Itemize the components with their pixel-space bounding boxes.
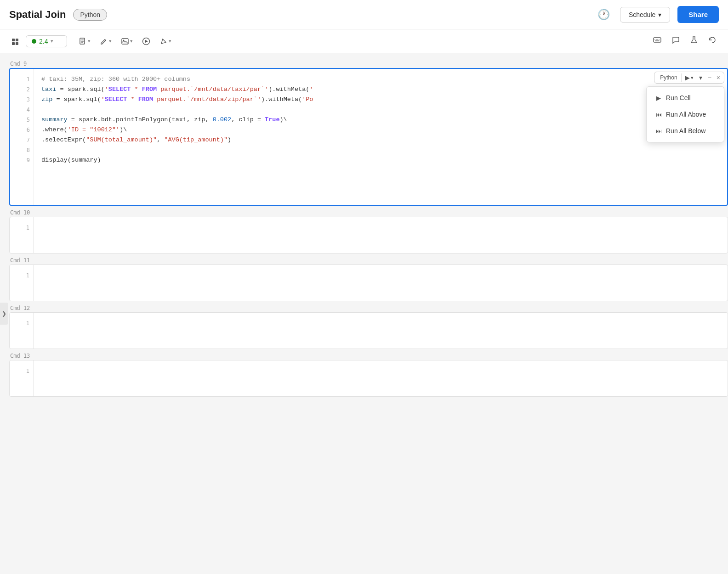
undo-button[interactable] <box>704 33 721 50</box>
run-button[interactable] <box>138 34 154 48</box>
svg-rect-2 <box>12 42 15 45</box>
cell-wrapper-11: Cmd 11 1 <box>9 255 728 301</box>
close-icon: × <box>717 74 720 81</box>
cell-body-11[interactable] <box>34 265 728 301</box>
svg-rect-12 <box>654 38 661 42</box>
comment-icon <box>671 35 680 45</box>
keyboard-icon <box>653 35 662 45</box>
history-icon: 🕐 <box>597 9 610 20</box>
run-all-above-label: Run All Above <box>666 111 706 118</box>
image-icon <box>121 37 129 45</box>
svg-rect-0 <box>12 39 15 41</box>
svg-rect-3 <box>16 42 18 45</box>
cluster-icon <box>11 37 20 46</box>
keyboard-button[interactable] <box>649 33 665 50</box>
document-button[interactable]: ▾ <box>75 34 94 48</box>
image-button[interactable]: ▾ <box>117 34 136 48</box>
run-dropdown-menu: ▶ Run Cell ⏮ Run All Above ⏭ Run All Bel… <box>646 86 724 142</box>
cell-gutter-10: 1 <box>10 217 34 253</box>
minimize-button[interactable]: − <box>705 73 714 82</box>
cell-toolbar-9: Python ▶ ▾ ▾ − × <box>654 72 724 84</box>
toolbar-right <box>649 33 721 50</box>
cmd-label-11: Cmd 11 <box>10 255 728 264</box>
pen-button[interactable]: ▾ <box>156 34 175 48</box>
cell-gutter-12: 1 <box>10 313 34 349</box>
cell-wrapper-12: Cmd 12 1 <box>9 303 728 349</box>
svg-rect-8 <box>122 39 128 44</box>
undo-icon <box>708 35 717 45</box>
code-cell-10[interactable]: 1 <box>9 217 728 253</box>
run-cell-menu-item[interactable]: ▶ Run Cell <box>647 90 724 106</box>
code-cell-11[interactable]: 1 <box>9 264 728 301</box>
cmd-label-10: Cmd 10 <box>10 208 728 217</box>
schedule-chevron-icon: ▾ <box>658 11 661 18</box>
share-button[interactable]: Share <box>677 6 719 23</box>
language-badge[interactable]: Python <box>73 9 107 21</box>
run-dropdown-chevron-icon: ▾ <box>691 75 694 81</box>
sidebar-toggle-icon: ❯ <box>2 310 6 317</box>
navbar: Spatial Join Python 🕐 Schedule ▾ Share <box>0 0 728 29</box>
cell-wrapper-10: Cmd 10 1 <box>9 208 728 253</box>
cell-body-10[interactable] <box>34 217 728 253</box>
run-all-above-icon: ⏮ <box>655 111 662 118</box>
cell-body-12[interactable] <box>34 313 728 349</box>
run-cell-button[interactable]: ▶ ▾ <box>682 73 696 82</box>
run-cell-icon: ▶ <box>685 74 690 81</box>
toolbar: 2.4 ▾ ▾ ▾ ▾ ▾ <box>0 29 728 53</box>
document-icon <box>79 37 87 45</box>
cell-wrapper-13: Cmd 13 1 <box>9 351 728 397</box>
cmd-label-13: Cmd 13 <box>10 351 728 360</box>
sidebar-toggle-button[interactable]: ❯ <box>0 303 8 325</box>
flask-icon <box>689 35 699 45</box>
schedule-button[interactable]: Schedule ▾ <box>620 7 670 23</box>
svg-marker-11 <box>145 40 148 43</box>
cluster-icon-button[interactable] <box>7 34 24 49</box>
pen-icon <box>159 37 168 45</box>
cell-wrapper-9: Cmd 9 1 2 3 4 5 6 7 8 9 # taxi: 35M, zip… <box>9 59 728 206</box>
cell-gutter-9: 1 2 3 4 5 6 7 8 9 <box>10 69 34 205</box>
toolbar-divider-1 <box>71 36 71 47</box>
cmd-label-12: Cmd 12 <box>10 303 728 312</box>
history-button[interactable]: 🕐 <box>595 6 613 23</box>
collapse-icon: ▾ <box>699 74 702 81</box>
cluster-version: 2.4 <box>39 38 48 45</box>
code-cell-12[interactable]: 1 <box>9 312 728 349</box>
pen-chevron-icon: ▾ <box>169 38 171 44</box>
code-cell-9[interactable]: 1 2 3 4 5 6 7 8 9 # taxi: 35M, zip: 360 … <box>9 68 728 206</box>
main-content: ❯ Cmd 9 1 2 3 4 5 6 7 8 9 # taxi: 35M, z… <box>0 53 728 574</box>
cluster-chevron-icon: ▾ <box>51 38 53 44</box>
cells-area: Cmd 9 1 2 3 4 5 6 7 8 9 # taxi: 35M, zip… <box>0 53 728 574</box>
edit-button[interactable]: ▾ <box>96 34 115 48</box>
cell-gutter-11: 1 <box>10 265 34 301</box>
status-dot <box>32 39 36 44</box>
notebook-title: Spatial Join <box>9 9 66 21</box>
close-cell-button[interactable]: × <box>715 73 722 82</box>
cmd-label-9: Cmd 9 <box>10 59 728 68</box>
cell-gutter-13: 1 <box>10 360 34 396</box>
minimize-icon: − <box>708 74 711 81</box>
run-cell-menu-label: Run Cell <box>666 94 691 101</box>
run-icon <box>142 37 150 45</box>
cell-lang-label: Python <box>656 73 681 82</box>
edit-icon <box>100 37 108 45</box>
cell-body-13[interactable] <box>34 360 728 396</box>
image-chevron-icon: ▾ <box>130 38 133 44</box>
schedule-label: Schedule <box>629 11 655 18</box>
run-all-above-menu-item[interactable]: ⏮ Run All Above <box>647 106 724 123</box>
cell-code-9[interactable]: # taxi: 35M, zip: 360 with 2000+ columns… <box>34 69 727 205</box>
document-chevron-icon: ▾ <box>88 38 91 44</box>
collapse-button[interactable]: ▾ <box>697 73 705 82</box>
cluster-status[interactable]: 2.4 ▾ <box>26 35 67 47</box>
code-cell-13[interactable]: 1 <box>9 360 728 397</box>
svg-rect-1 <box>16 39 18 41</box>
run-all-below-label: Run All Below <box>666 127 705 135</box>
run-all-below-icon: ⏭ <box>655 128 662 135</box>
comment-button[interactable] <box>667 33 684 50</box>
run-all-below-menu-item[interactable]: ⏭ Run All Below <box>647 123 724 139</box>
flask-button[interactable] <box>686 33 702 50</box>
edit-chevron-icon: ▾ <box>109 38 112 44</box>
run-cell-menu-icon: ▶ <box>655 95 662 101</box>
